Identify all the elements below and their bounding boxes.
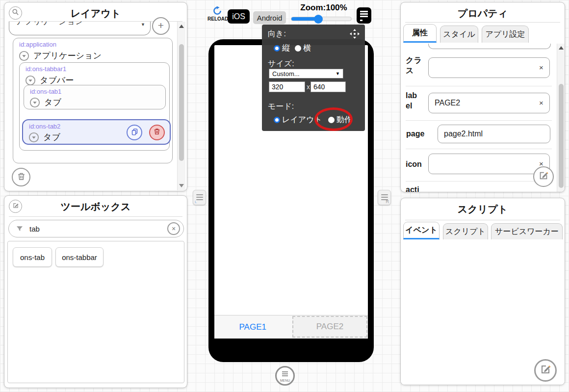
clear-search-button[interactable]: × xyxy=(167,222,180,235)
chevron-down-circle-icon[interactable] xyxy=(25,75,36,86)
chevron-down-circle-icon[interactable] xyxy=(19,51,29,61)
script-edit-button[interactable] xyxy=(534,359,557,382)
android-toggle-label: Android xyxy=(257,14,283,22)
clear-field-icon[interactable]: × xyxy=(539,63,543,72)
tab-label: イベント xyxy=(405,225,438,235)
tree-node-tab1[interactable]: id:ons-tab1 タブ xyxy=(24,85,166,109)
tab-script[interactable]: スクリプト xyxy=(443,223,488,239)
ios-toggle-button[interactable]: iOS xyxy=(228,9,250,24)
menu-fab-label: MENU xyxy=(277,379,293,382)
size-label: サイズ: xyxy=(268,59,294,69)
plus-icon: + xyxy=(158,20,164,31)
add-node-button[interactable]: + xyxy=(152,17,170,35)
scroll-down-icon[interactable] xyxy=(179,184,184,187)
size-preset-value: Custom... xyxy=(272,70,300,78)
chevron-down-icon: ▼ xyxy=(336,71,340,76)
annotation-red-circle xyxy=(314,107,353,131)
tab-style[interactable]: スタイル xyxy=(440,26,478,43)
tab-attributes[interactable]: 属性 xyxy=(403,24,437,43)
orientation-radio-group: 縦 横 xyxy=(274,43,311,53)
device-settings-toggle-button[interactable] xyxy=(357,7,371,24)
partial-field-input[interactable] xyxy=(428,44,551,49)
tab-app-settings[interactable]: アプリ設定 xyxy=(482,26,529,43)
toolbox-item-ons-tab[interactable]: ons-tab xyxy=(13,247,52,267)
device-height-input[interactable] xyxy=(310,81,346,92)
field-label-page: page xyxy=(406,129,431,139)
right-panel-handle[interactable]: R xyxy=(378,190,391,205)
tab-events[interactable]: イベント xyxy=(403,222,440,239)
zoom-slider-thumb[interactable] xyxy=(314,15,323,24)
chevron-down-icon: ▼ xyxy=(141,22,145,27)
portrait-radio[interactable] xyxy=(274,45,280,52)
field-input-page[interactable] xyxy=(438,125,550,143)
tab-label: アプリ設定 xyxy=(485,29,525,40)
tree-node-id: id:application xyxy=(19,41,56,48)
close-icon: × xyxy=(172,225,176,233)
left-panel-handle[interactable]: L xyxy=(193,190,206,205)
properties-scrollbar[interactable] xyxy=(557,44,565,192)
field-input-icon[interactable] xyxy=(428,154,550,174)
monaca-ui-builder: レイアウト アプリケーション ▼ + id:application アプリケーシ… xyxy=(0,0,569,392)
toolbox-items-area: ons-tab ons-tabbar xyxy=(7,241,184,383)
divider xyxy=(406,120,552,121)
ios-toggle-label: iOS xyxy=(232,12,245,21)
toolbox-panel-title: ツールボックス xyxy=(4,200,187,213)
scroll-up-icon[interactable] xyxy=(179,25,184,28)
tree-node-label: アプリケーション xyxy=(33,50,102,61)
divider xyxy=(9,216,182,217)
delete-node-button[interactable] xyxy=(149,125,165,140)
properties-panel-title: プロパティ xyxy=(401,7,565,20)
landscape-radio[interactable] xyxy=(295,45,301,52)
toolbox-item-ons-tabbar[interactable]: ons-tabbar xyxy=(55,247,103,267)
menu-fab-button[interactable]: MENU xyxy=(275,366,295,386)
zoom-level-label: Zoom:100% xyxy=(294,3,353,13)
reload-label: RELOAD xyxy=(207,16,227,22)
scroll-up-icon[interactable] xyxy=(559,46,564,50)
size-separator: x xyxy=(307,83,310,91)
tree-node-tab2-selected[interactable]: id:ons-tab2 タブ xyxy=(22,119,171,145)
edit-icon xyxy=(540,364,551,377)
divider xyxy=(405,220,560,220)
toolbox-search-box[interactable]: × xyxy=(8,220,184,237)
toolbox-search-input[interactable] xyxy=(28,222,153,235)
field-input-label[interactable] xyxy=(428,93,550,113)
android-toggle-button[interactable]: Android xyxy=(253,11,286,24)
layout-scrollbar[interactable] xyxy=(177,22,185,190)
mode-label: モード: xyxy=(268,102,294,112)
parent-node-select[interactable]: アプリケーション ▼ xyxy=(9,22,151,35)
tree-node-id: id:ons-tabbar1 xyxy=(26,65,66,73)
duplicate-node-button[interactable] xyxy=(127,125,142,140)
layout-delete-dropzone-button[interactable] xyxy=(12,168,30,186)
properties-scrollbar-thumb[interactable] xyxy=(559,84,564,188)
device-width-input[interactable] xyxy=(269,81,305,92)
reload-button[interactable]: RELOAD xyxy=(207,6,227,25)
tab-label: 属性 xyxy=(412,28,428,38)
size-preset-select[interactable]: Custom... ▼ xyxy=(269,69,343,78)
tree-node-label: タブ xyxy=(44,97,61,108)
zoom-slider[interactable] xyxy=(291,17,352,21)
clear-field-icon[interactable]: × xyxy=(539,99,543,107)
divider xyxy=(406,149,552,149)
landscape-label: 横 xyxy=(303,43,311,53)
handle-l-mark: L xyxy=(195,200,197,204)
tab-service-worker[interactable]: サービスワーカー xyxy=(491,223,563,239)
properties-edit-button[interactable] xyxy=(533,166,554,187)
field-input-class[interactable] xyxy=(428,57,550,78)
layout-panel: レイアウト アプリケーション ▼ + id:application アプリケーシ… xyxy=(4,2,187,191)
tab-label: スクリプト xyxy=(445,227,486,237)
preview-tab-page1[interactable]: PAGE1 xyxy=(214,315,291,339)
trash-icon xyxy=(17,172,26,183)
preview-tab-page2-selected[interactable]: PAGE2 xyxy=(292,316,367,338)
chevron-down-circle-icon[interactable] xyxy=(29,97,40,108)
mode-layout-radio[interactable] xyxy=(274,117,280,123)
chevron-down-circle-icon[interactable] xyxy=(28,132,39,143)
move-handle-icon[interactable] xyxy=(349,28,360,41)
toolbox-item-label: ons-tabbar xyxy=(62,253,97,261)
field-label-label: label xyxy=(406,91,420,111)
script-panel-title: スクリプト xyxy=(401,203,565,216)
layout-scrollbar-thumb[interactable] xyxy=(179,44,184,161)
handle-r-mark: R xyxy=(386,199,389,204)
toolbox-panel: ツールボックス × ons-tab ons-tabbar xyxy=(4,195,187,388)
trash-icon xyxy=(153,128,161,137)
divider xyxy=(405,22,560,23)
